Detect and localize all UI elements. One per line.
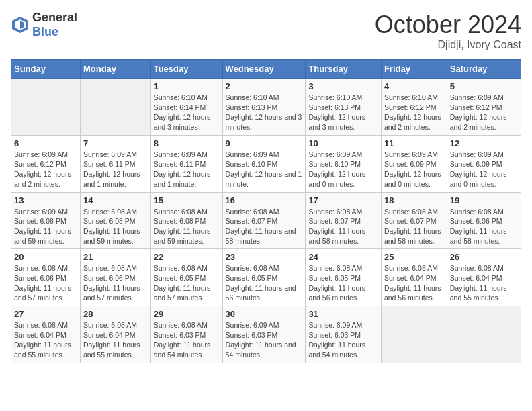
calendar-day-cell: 29Sunrise: 6:08 AM Sunset: 6:03 PM Dayli… bbox=[150, 306, 222, 363]
day-number: 29 bbox=[154, 309, 220, 319]
weekday-header: Tuesday bbox=[150, 60, 222, 79]
weekday-header: Monday bbox=[80, 60, 150, 79]
day-number: 11 bbox=[384, 138, 444, 148]
day-detail: Sunrise: 6:08 AM Sunset: 6:08 PM Dayligh… bbox=[154, 207, 220, 246]
day-number: 24 bbox=[308, 252, 378, 262]
day-detail: Sunrise: 6:09 AM Sunset: 6:11 PM Dayligh… bbox=[154, 150, 220, 189]
day-number: 30 bbox=[226, 309, 303, 319]
day-detail: Sunrise: 6:10 AM Sunset: 6:13 PM Dayligh… bbox=[308, 93, 378, 132]
logo-blue: Blue bbox=[32, 25, 58, 38]
calendar-day-cell: 3Sunrise: 6:10 AM Sunset: 6:13 PM Daylig… bbox=[306, 79, 382, 136]
day-number: 6 bbox=[14, 138, 77, 148]
calendar-table: SundayMondayTuesdayWednesdayThursdayFrid… bbox=[11, 59, 521, 363]
calendar-day-cell: 17Sunrise: 6:08 AM Sunset: 6:07 PM Dayli… bbox=[306, 192, 382, 249]
day-detail: Sunrise: 6:08 AM Sunset: 6:07 PM Dayligh… bbox=[226, 207, 303, 246]
day-number: 27 bbox=[14, 309, 77, 319]
calendar-week-row: 6Sunrise: 6:09 AM Sunset: 6:12 PM Daylig… bbox=[11, 135, 521, 192]
title-block: October 2024 Djidji, Ivory Coast bbox=[375, 11, 521, 51]
location-title: Djidji, Ivory Coast bbox=[375, 39, 521, 51]
calendar-day-cell: 13Sunrise: 6:09 AM Sunset: 6:08 PM Dayli… bbox=[11, 192, 81, 249]
weekday-header: Sunday bbox=[11, 60, 81, 79]
calendar-day-cell: 18Sunrise: 6:08 AM Sunset: 6:07 PM Dayli… bbox=[381, 192, 447, 249]
calendar-day-cell: 23Sunrise: 6:08 AM Sunset: 6:05 PM Dayli… bbox=[222, 249, 306, 306]
calendar-day-cell: 8Sunrise: 6:09 AM Sunset: 6:11 PM Daylig… bbox=[150, 135, 222, 192]
day-number: 23 bbox=[226, 252, 303, 262]
day-detail: Sunrise: 6:08 AM Sunset: 6:04 PM Dayligh… bbox=[14, 320, 77, 360]
day-number: 19 bbox=[450, 195, 518, 205]
day-number: 1 bbox=[154, 81, 220, 91]
calendar-day-cell: 11Sunrise: 6:09 AM Sunset: 6:09 PM Dayli… bbox=[381, 135, 447, 192]
day-detail: Sunrise: 6:09 AM Sunset: 6:08 PM Dayligh… bbox=[14, 207, 77, 246]
day-detail: Sunrise: 6:08 AM Sunset: 6:04 PM Dayligh… bbox=[83, 320, 148, 360]
day-detail: Sunrise: 6:08 AM Sunset: 6:03 PM Dayligh… bbox=[154, 320, 220, 360]
day-detail: Sunrise: 6:08 AM Sunset: 6:06 PM Dayligh… bbox=[450, 207, 518, 246]
day-detail: Sunrise: 6:08 AM Sunset: 6:06 PM Dayligh… bbox=[14, 263, 77, 303]
day-number: 16 bbox=[226, 195, 303, 205]
day-detail: Sunrise: 6:09 AM Sunset: 6:03 PM Dayligh… bbox=[308, 320, 378, 360]
calendar-day-cell: 31Sunrise: 6:09 AM Sunset: 6:03 PM Dayli… bbox=[306, 306, 382, 363]
day-number: 3 bbox=[308, 81, 378, 91]
logo-text: General Blue bbox=[32, 11, 77, 39]
day-number: 13 bbox=[14, 195, 77, 205]
calendar-day-cell bbox=[381, 306, 447, 363]
day-number: 4 bbox=[384, 81, 444, 91]
day-number: 15 bbox=[154, 195, 220, 205]
day-detail: Sunrise: 6:09 AM Sunset: 6:10 PM Dayligh… bbox=[226, 150, 303, 189]
day-number: 14 bbox=[83, 195, 148, 205]
calendar-day-cell: 2Sunrise: 6:10 AM Sunset: 6:13 PM Daylig… bbox=[222, 79, 306, 136]
day-detail: Sunrise: 6:10 AM Sunset: 6:14 PM Dayligh… bbox=[154, 93, 220, 132]
calendar-day-cell: 1Sunrise: 6:10 AM Sunset: 6:14 PM Daylig… bbox=[150, 79, 222, 136]
month-title: October 2024 bbox=[375, 11, 521, 39]
calendar-day-cell: 24Sunrise: 6:08 AM Sunset: 6:05 PM Dayli… bbox=[306, 249, 382, 306]
day-detail: Sunrise: 6:09 AM Sunset: 6:09 PM Dayligh… bbox=[450, 150, 518, 189]
weekday-header: Wednesday bbox=[222, 60, 306, 79]
day-detail: Sunrise: 6:08 AM Sunset: 6:07 PM Dayligh… bbox=[308, 207, 378, 246]
day-detail: Sunrise: 6:09 AM Sunset: 6:03 PM Dayligh… bbox=[226, 320, 303, 360]
day-detail: Sunrise: 6:09 AM Sunset: 6:12 PM Dayligh… bbox=[14, 150, 77, 189]
calendar-day-cell: 19Sunrise: 6:08 AM Sunset: 6:06 PM Dayli… bbox=[447, 192, 521, 249]
day-number: 12 bbox=[450, 138, 518, 148]
calendar-day-cell: 22Sunrise: 6:08 AM Sunset: 6:05 PM Dayli… bbox=[150, 249, 222, 306]
day-detail: Sunrise: 6:08 AM Sunset: 6:04 PM Dayligh… bbox=[450, 263, 518, 303]
calendar-day-cell: 9Sunrise: 6:09 AM Sunset: 6:10 PM Daylig… bbox=[222, 135, 306, 192]
calendar-day-cell: 21Sunrise: 6:08 AM Sunset: 6:06 PM Dayli… bbox=[80, 249, 150, 306]
calendar-day-cell: 28Sunrise: 6:08 AM Sunset: 6:04 PM Dayli… bbox=[80, 306, 150, 363]
weekday-header: Thursday bbox=[306, 60, 382, 79]
day-detail: Sunrise: 6:09 AM Sunset: 6:10 PM Dayligh… bbox=[308, 150, 378, 189]
day-number: 17 bbox=[308, 195, 378, 205]
day-number: 21 bbox=[83, 252, 148, 262]
day-detail: Sunrise: 6:09 AM Sunset: 6:11 PM Dayligh… bbox=[83, 150, 148, 189]
calendar-day-cell: 10Sunrise: 6:09 AM Sunset: 6:10 PM Dayli… bbox=[306, 135, 382, 192]
day-number: 7 bbox=[83, 138, 148, 148]
day-number: 20 bbox=[14, 252, 77, 262]
day-number: 26 bbox=[450, 252, 518, 262]
day-number: 9 bbox=[226, 138, 303, 148]
day-number: 5 bbox=[450, 81, 518, 91]
day-number: 8 bbox=[154, 138, 220, 148]
calendar-week-row: 13Sunrise: 6:09 AM Sunset: 6:08 PM Dayli… bbox=[11, 192, 521, 249]
calendar-day-cell: 12Sunrise: 6:09 AM Sunset: 6:09 PM Dayli… bbox=[447, 135, 521, 192]
calendar-day-cell: 6Sunrise: 6:09 AM Sunset: 6:12 PM Daylig… bbox=[11, 135, 81, 192]
calendar-day-cell bbox=[447, 306, 521, 363]
day-number: 2 bbox=[226, 81, 303, 91]
logo: General Blue bbox=[11, 11, 77, 39]
day-number: 31 bbox=[308, 309, 378, 319]
day-number: 18 bbox=[384, 195, 444, 205]
calendar-day-cell: 15Sunrise: 6:08 AM Sunset: 6:08 PM Dayli… bbox=[150, 192, 222, 249]
weekday-header: Saturday bbox=[447, 60, 521, 79]
day-detail: Sunrise: 6:08 AM Sunset: 6:08 PM Dayligh… bbox=[83, 207, 148, 246]
calendar-day-cell: 25Sunrise: 6:08 AM Sunset: 6:04 PM Dayli… bbox=[381, 249, 447, 306]
day-detail: Sunrise: 6:09 AM Sunset: 6:09 PM Dayligh… bbox=[384, 150, 444, 189]
calendar-week-row: 27Sunrise: 6:08 AM Sunset: 6:04 PM Dayli… bbox=[11, 306, 521, 363]
weekday-header-row: SundayMondayTuesdayWednesdayThursdayFrid… bbox=[11, 60, 521, 79]
page-header: General Blue October 2024 Djidji, Ivory … bbox=[11, 11, 521, 51]
calendar-day-cell: 16Sunrise: 6:08 AM Sunset: 6:07 PM Dayli… bbox=[222, 192, 306, 249]
day-number: 25 bbox=[384, 252, 444, 262]
calendar-day-cell: 20Sunrise: 6:08 AM Sunset: 6:06 PM Dayli… bbox=[11, 249, 81, 306]
day-number: 28 bbox=[83, 309, 148, 319]
calendar-week-row: 20Sunrise: 6:08 AM Sunset: 6:06 PM Dayli… bbox=[11, 249, 521, 306]
logo-icon bbox=[11, 15, 30, 34]
day-detail: Sunrise: 6:08 AM Sunset: 6:04 PM Dayligh… bbox=[384, 263, 444, 303]
calendar-day-cell bbox=[80, 79, 150, 136]
day-detail: Sunrise: 6:10 AM Sunset: 6:12 PM Dayligh… bbox=[384, 93, 444, 132]
